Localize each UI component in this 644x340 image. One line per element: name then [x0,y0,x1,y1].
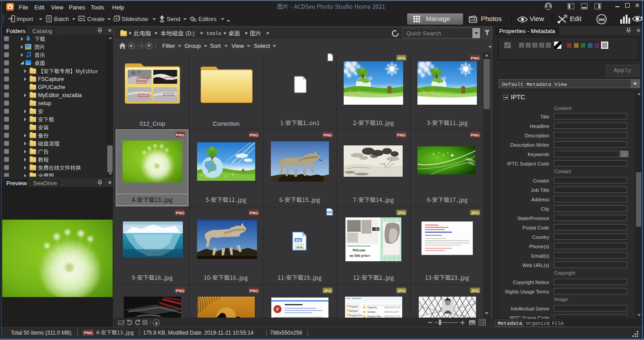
svg-text:JPG: JPG [328,211,331,213]
svg-text:Settings: Settings [367,310,376,313]
svg-text:Program File: Program File [349,314,362,317]
svg-text:my little prince: my little prince [349,254,370,258]
svg-text:365: 365 [598,17,605,22]
svg-text:Settings: Settings [349,310,358,312]
svg-text:2020-10-15 12:20: 2020-10-15 12:20 [384,306,400,309]
svg-text:Dragonfly: Dragonfly [367,306,377,309]
svg-text:Welcome: Welcome [352,248,366,252]
svg-text:JPG: JPG [295,239,301,242]
svg-text:Program: Program [349,305,358,308]
svg-text:2020-09-11 3:07: 2020-09-11 3:07 [384,311,399,313]
svg-text:P: P [276,307,279,312]
